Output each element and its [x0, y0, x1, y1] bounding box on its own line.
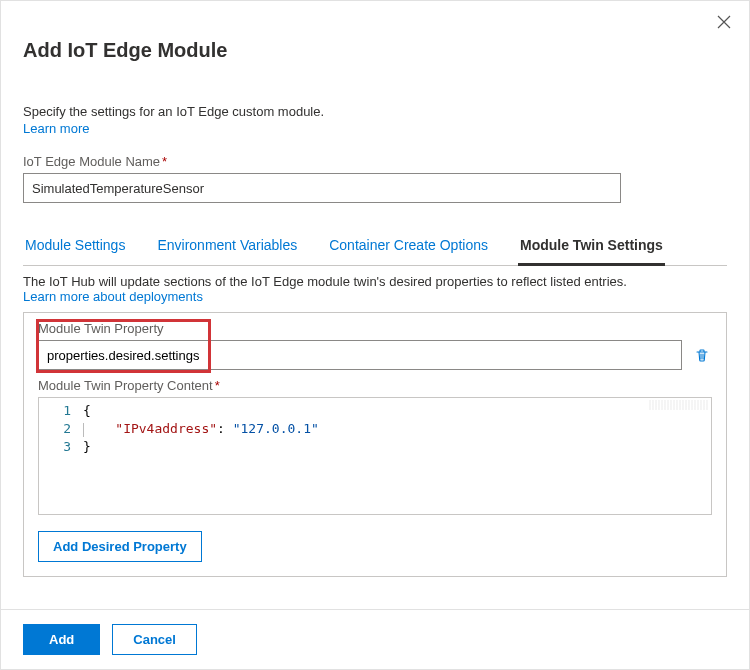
tabs: Module Settings Environment Variables Co…	[23, 229, 727, 266]
twin-settings-section: Module Twin Property Module Twin Propert…	[23, 312, 727, 577]
cancel-button[interactable]: Cancel	[112, 624, 197, 655]
add-button[interactable]: Add	[23, 624, 100, 655]
tab-module-twin-settings[interactable]: Module Twin Settings	[518, 229, 665, 266]
add-desired-property-button[interactable]: Add Desired Property	[38, 531, 202, 562]
delete-property-button[interactable]	[692, 345, 712, 365]
minimap	[649, 400, 709, 410]
code-gutter: 1 2 3	[39, 398, 83, 514]
twin-property-input[interactable]	[38, 340, 682, 370]
tab-module-settings[interactable]: Module Settings	[23, 229, 127, 266]
twin-content-editor[interactable]: 1 2 3 { "IPv4address": "127.0.0.1" }	[38, 397, 712, 515]
twin-property-label: Module Twin Property	[38, 321, 712, 336]
code-body[interactable]: { "IPv4address": "127.0.0.1" }	[83, 398, 319, 514]
page-subtitle: Specify the settings for an IoT Edge cus…	[23, 104, 727, 119]
tab-environment-variables[interactable]: Environment Variables	[155, 229, 299, 266]
learn-more-deployments-link[interactable]: Learn more about deployments	[23, 289, 203, 304]
page-title: Add IoT Edge Module	[23, 39, 727, 62]
twin-content-label: Module Twin Property Content*	[38, 378, 712, 393]
tab-container-create-options[interactable]: Container Create Options	[327, 229, 490, 266]
footer: Add Cancel	[1, 609, 749, 669]
module-name-label: IoT Edge Module Name*	[23, 154, 727, 169]
twin-description: The IoT Hub will update sections of the …	[23, 274, 727, 289]
close-button[interactable]	[713, 11, 735, 33]
module-name-input[interactable]	[23, 173, 621, 203]
learn-more-link[interactable]: Learn more	[23, 121, 89, 136]
